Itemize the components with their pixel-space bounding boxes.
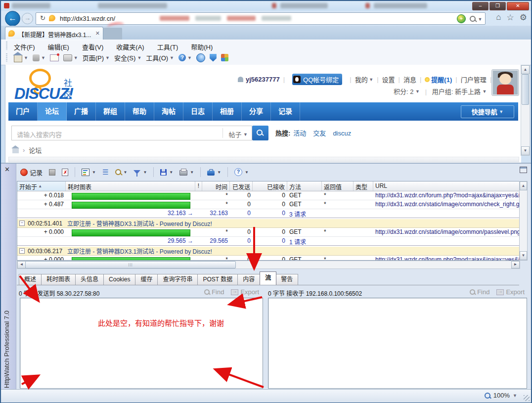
collapse-icon[interactable]: − xyxy=(19,248,25,254)
export-button[interactable]: Export xyxy=(496,288,525,296)
tab-警告[interactable]: 警告 xyxy=(276,274,298,285)
help-button[interactable]: ?▼ xyxy=(233,167,250,177)
filter-button[interactable]: ▼ xyxy=(132,169,148,176)
zoom-control[interactable]: 100% ▼ xyxy=(485,392,517,399)
scroll-down-arrow[interactable]: ▼ xyxy=(520,251,527,260)
table-row[interactable]: + 0.487*00GET*http://dx31.wzdr.cn/static… xyxy=(17,200,520,209)
addon-button-2[interactable] xyxy=(210,54,217,62)
nav-item-广播[interactable]: 广播 xyxy=(67,102,96,121)
summary-view-button[interactable]: ▼ xyxy=(80,168,97,177)
column-header[interactable]: ! xyxy=(195,181,202,191)
scroll-thumb[interactable] xyxy=(522,74,529,105)
tools-menu[interactable]: 工具(O)▼ xyxy=(146,53,174,62)
tab-缓存[interactable]: 缓存 xyxy=(135,274,158,285)
scroll-up-arrow[interactable]: ▲ xyxy=(520,181,527,190)
nav-item-群组[interactable]: 群组 xyxy=(96,102,125,121)
table-row[interactable]: −00:03:06.217立即注册 - 营销神器DX3.1测试站 - Power… xyxy=(17,246,520,256)
mail-button[interactable] xyxy=(50,54,59,61)
column-header[interactable]: 返回值 xyxy=(322,181,354,191)
help-button[interactable]: ?▼ xyxy=(178,54,192,61)
user-link[interactable]: 提醒(1) xyxy=(425,75,452,84)
save-button[interactable]: ▼ xyxy=(159,168,175,177)
httpwatch-close-icon[interactable]: ✕ xyxy=(4,166,10,173)
url-text[interactable]: http://dx31.wzdr.cn/ xyxy=(60,15,115,22)
home-button[interactable]: ▼ xyxy=(14,53,28,62)
collapse-icon[interactable]: − xyxy=(19,221,25,226)
table-horizontal-scrollbar[interactable]: ◄ ||| ► xyxy=(17,261,520,269)
nav-item-帮助[interactable]: 帮助 xyxy=(125,102,154,121)
home-icon[interactable]: ⌂ xyxy=(496,12,501,23)
tab-概述[interactable]: 概述 xyxy=(19,274,42,285)
user-link[interactable]: 设置 xyxy=(382,75,395,84)
column-header[interactable]: 耗时图表 xyxy=(66,181,195,191)
nav-item-日志[interactable]: 日志 xyxy=(183,102,213,121)
table-row[interactable]: + 0.000*00GET*http://dx31.wzdr.cn/static… xyxy=(17,228,520,237)
table-row[interactable]: + 0.000*00GET*http://dx31.wzdr.cn/forum.… xyxy=(17,256,520,261)
forward-button[interactable]: → xyxy=(22,13,33,24)
menu-item[interactable]: 收藏夹(A) xyxy=(116,42,144,51)
nav-item-门户[interactable]: 门户 xyxy=(8,102,38,121)
table-row[interactable]: 32.163 →32.163003 请求 xyxy=(17,209,520,218)
column-header[interactable]: 时间 xyxy=(202,181,230,191)
tools-button[interactable]: ▼ xyxy=(206,168,222,177)
avatar[interactable] xyxy=(492,70,519,95)
layers-button[interactable]: ☰ xyxy=(101,168,110,177)
record-button[interactable]: 记录 xyxy=(19,167,44,178)
find-button[interactable]: ▼ xyxy=(114,168,129,176)
user-link[interactable]: 我的 ▼ xyxy=(355,75,373,84)
breadcrumb-home-icon[interactable] xyxy=(12,148,19,153)
tab-close-icon[interactable]: ✕ xyxy=(95,30,100,37)
feeds-button[interactable]: ▼ xyxy=(33,54,45,61)
table-row[interactable]: + 0.018*00GET*http://dx31.wzdr.cn/forum.… xyxy=(17,191,520,200)
scroll-thumb[interactable]: ||| xyxy=(25,261,236,269)
back-button[interactable]: ← xyxy=(5,11,20,26)
search-input[interactable]: 请输入搜索内容 帖子 ▼ xyxy=(11,126,252,140)
clear-button[interactable] xyxy=(60,168,70,177)
stream-received-panel[interactable] xyxy=(268,298,527,389)
tab-流[interactable]: 流 xyxy=(260,271,276,285)
column-header[interactable]: 开始于 ▲ xyxy=(17,181,66,191)
credits-label[interactable]: 积分: 2 xyxy=(394,88,413,95)
nav-item-淘帖[interactable]: 淘帖 xyxy=(154,102,183,121)
usergroup-label[interactable]: 用户组: 新手上路 xyxy=(432,88,481,95)
user-link[interactable]: 消息 xyxy=(403,75,416,84)
qq-bind-button[interactable]: QQ帐号绑定 xyxy=(292,74,342,85)
page-menu[interactable]: 页面(P)▼ xyxy=(83,53,110,62)
tab-内容[interactable]: 内容 xyxy=(238,274,260,285)
column-header[interactable]: 类型 xyxy=(354,181,373,191)
settings-gear-icon[interactable]: ⚙ xyxy=(520,12,527,23)
print-button[interactable]: ▼ xyxy=(178,168,195,177)
column-header[interactable]: 方法 xyxy=(287,181,322,191)
browser-tab[interactable]: 【新提醒】营销神器dx3.1... ✕ xyxy=(5,27,103,40)
scroll-left-arrow[interactable]: ◄ xyxy=(17,261,26,269)
nav-item-相册[interactable]: 相册 xyxy=(213,102,242,121)
hot-search-link[interactable]: 交友 xyxy=(313,130,326,137)
search-type-select[interactable]: 帖子 ▼ xyxy=(228,130,248,139)
hot-search-link[interactable]: 活动 xyxy=(293,130,306,137)
tab-查询字符串[interactable]: 查询字符串 xyxy=(158,274,198,285)
table-row[interactable]: 29.565 →29.565001 请求 xyxy=(17,237,520,246)
menu-item[interactable]: 帮助(H) xyxy=(191,42,213,51)
breadcrumb[interactable]: 论坛 xyxy=(29,145,42,155)
address-field[interactable]: ↻ http://dx31.wzdr.cn/ + ▼ xyxy=(36,12,486,25)
refresh-icon[interactable]: ↻ xyxy=(40,14,45,22)
hot-search-link[interactable]: discuz xyxy=(333,130,351,137)
search-button[interactable] xyxy=(252,126,268,140)
column-header[interactable]: URL xyxy=(373,181,520,191)
user-link[interactable]: 门户管理 xyxy=(461,75,487,84)
stream-sent-panel[interactable] xyxy=(20,298,263,389)
export-button[interactable]: Export xyxy=(231,288,259,296)
tab-POST 数据[interactable]: POST 数据 xyxy=(198,274,238,285)
tab-耗时图表[interactable]: 耗时图表 xyxy=(42,274,76,285)
username[interactable]: yj56237777 xyxy=(246,76,280,83)
column-header[interactable]: 已发送 xyxy=(230,181,253,191)
find-button[interactable]: Find xyxy=(470,288,489,296)
safety-menu[interactable]: 安全(S)▼ xyxy=(114,53,141,62)
dock-layout-icon[interactable] xyxy=(520,167,527,173)
new-tab-stub[interactable] xyxy=(103,28,122,40)
find-button[interactable]: Find xyxy=(204,288,224,296)
quick-nav-button[interactable]: 快捷导航 ▼ xyxy=(461,105,514,118)
favorites-star-icon[interactable]: ☆ xyxy=(507,12,514,23)
scroll-down-arrow[interactable]: ▼ xyxy=(521,146,530,155)
scroll-right-arrow[interactable]: ► xyxy=(511,261,520,269)
